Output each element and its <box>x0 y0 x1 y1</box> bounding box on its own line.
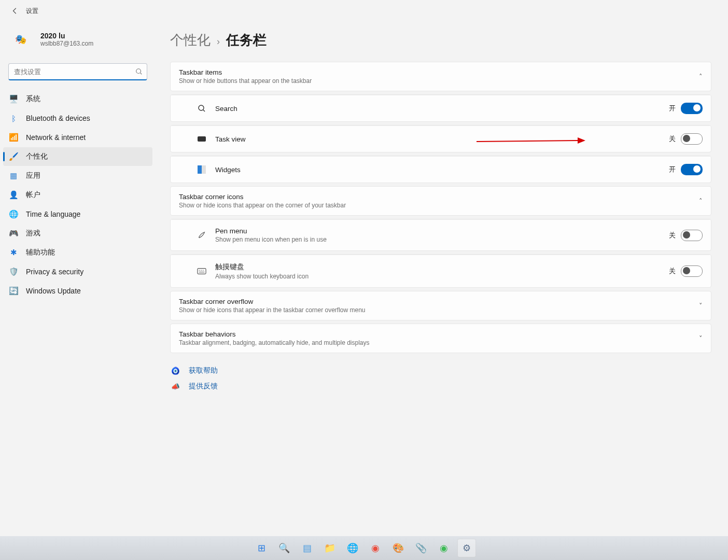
widgets-toggle[interactable] <box>681 164 703 175</box>
row-label: Pen menu <box>215 227 327 235</box>
row-label: Task view <box>215 135 246 143</box>
sidebar-item-personalization[interactable]: 🖌️个性化 <box>3 147 152 166</box>
taskbar-app-chrome1[interactable]: ◉ <box>366 539 385 557</box>
taskbar-app-explorer[interactable]: 📁 <box>320 539 339 557</box>
row-label: 触摸键盘 <box>215 262 309 272</box>
chevron-down-icon: ˅ <box>699 334 703 342</box>
taskview-icon <box>197 134 207 144</box>
search-icon <box>197 103 207 114</box>
sidebar-item-label: 游戏 <box>26 229 40 238</box>
sidebar-item-gaming[interactable]: 🎮游戏 <box>3 224 152 243</box>
section-title: Taskbar behaviors <box>179 330 370 338</box>
svg-point-1 <box>199 105 204 110</box>
back-button[interactable] <box>7 3 23 19</box>
touchkb-toggle[interactable] <box>681 265 703 277</box>
sidebar-item-apps[interactable]: ▦应用 <box>3 166 152 185</box>
svg-rect-4 <box>198 269 206 274</box>
sidebar-item-bluetooth[interactable]: ᛒBluetooth & devices <box>3 109 152 128</box>
avatar: 🎭 <box>8 27 33 52</box>
sidebar-item-label: Bluetooth & devices <box>26 114 90 122</box>
pen-icon <box>197 230 207 241</box>
taskbar-items-row-search: Search 开 <box>171 95 711 121</box>
sidebar-item-label: Privacy & security <box>26 268 83 276</box>
account-email: wslbb87@163.com <box>40 40 93 47</box>
annotation-arrow-icon <box>477 135 585 148</box>
apps-icon: ▦ <box>8 171 19 181</box>
taskview-toggle[interactable] <box>681 133 703 145</box>
corner-icons-row-touchkb: 触摸键盘 Always show touch keyboard icon 关 <box>171 255 711 287</box>
arrow-left-icon <box>11 7 19 15</box>
taskbar-app-taskview[interactable]: ▤ <box>298 539 316 557</box>
gaming-icon: 🎮 <box>8 228 19 239</box>
toggle-state-label: 开 <box>669 165 676 174</box>
section-subtitle: Show or hide icons that appear on the co… <box>179 202 346 209</box>
account-block[interactable]: 🎭 2020 lu wslbb87@163.com <box>0 22 156 63</box>
sidebar-item-label: 辅助功能 <box>26 248 55 257</box>
breadcrumb-parent[interactable]: 个性化 <box>170 31 211 49</box>
network-icon: 📶 <box>8 132 19 143</box>
update-icon: 🔄 <box>8 286 19 296</box>
section-corner-icons-header[interactable]: Taskbar corner icons Show or hide icons … <box>171 187 711 215</box>
taskbar-app-office[interactable]: 📎 <box>412 539 430 557</box>
corner-icons-row-pen: Pen menu Show pen menu icon when pen is … <box>171 219 711 250</box>
section-behaviors-header[interactable]: Taskbar behaviors Taskbar alignment, bad… <box>171 324 711 353</box>
sidebar-item-privacy[interactable]: 🛡️Privacy & security <box>3 262 152 281</box>
taskbar-items-row-taskview: Task view 关 <box>171 125 711 152</box>
sidebar-item-accessibility[interactable]: ✱辅助功能 <box>3 243 152 262</box>
accounts-icon: 👤 <box>8 190 19 200</box>
feedback-link[interactable]: 📣 提供反馈 <box>170 381 711 391</box>
sidebar-item-time[interactable]: 🌐Time & language <box>3 205 152 223</box>
section-subtitle: Show or hide icons that appear in the ta… <box>179 306 366 314</box>
sidebar-item-label: Time & language <box>26 210 80 218</box>
sidebar-item-system[interactable]: 🖥️系统 <box>3 90 152 108</box>
section-title: Taskbar items <box>179 68 312 76</box>
breadcrumb: 个性化 › 任务栏 <box>170 31 711 49</box>
account-name: 2020 lu <box>40 32 93 40</box>
window-title: 设置 <box>26 7 38 16</box>
help-link[interactable]: 🧿 获取帮助 <box>170 366 711 376</box>
search-box[interactable] <box>8 63 147 80</box>
sidebar-item-network[interactable]: 📶Network & internet <box>3 128 152 147</box>
breadcrumb-current: 任务栏 <box>226 31 267 49</box>
section-subtitle: Show or hide buttons that appear on the … <box>179 77 312 85</box>
taskbar-app-edge[interactable]: 🌐 <box>343 539 362 557</box>
toggle-state-label: 关 <box>669 231 676 240</box>
time-icon: 🌐 <box>8 209 19 219</box>
taskbar-app-paint[interactable]: 🎨 <box>389 539 408 557</box>
section-taskbar-items-header[interactable]: Taskbar items Show or hide buttons that … <box>171 62 711 91</box>
personalization-icon: 🖌️ <box>8 151 19 162</box>
taskbar-app-chrome2[interactable]: ◉ <box>435 539 453 557</box>
search-input[interactable] <box>13 67 135 76</box>
taskbar[interactable]: ⊞🔍▤📁🌐◉🎨📎◉⚙ <box>0 536 728 560</box>
sidebar-item-label: 应用 <box>26 171 40 180</box>
taskbar-app-settings[interactable]: ⚙ <box>457 539 476 557</box>
sidebar-item-accounts[interactable]: 👤帐户 <box>3 186 152 204</box>
row-subtitle: Show pen menu icon when pen is in use <box>215 236 327 243</box>
section-subtitle: Taskbar alignment, badging, automaticall… <box>179 339 370 346</box>
toggle-state-label: 开 <box>669 104 676 113</box>
widgets-icon <box>197 164 207 175</box>
feedback-link-label: 提供反馈 <box>189 382 218 391</box>
sidebar-item-update[interactable]: 🔄Windows Update <box>3 282 152 300</box>
chevron-up-icon: ˄ <box>699 197 703 205</box>
sidebar-item-label: 帐户 <box>26 190 40 200</box>
chevron-down-icon: ˅ <box>699 302 703 310</box>
row-subtitle: Always show touch keyboard icon <box>215 273 309 280</box>
pen-toggle[interactable] <box>681 230 703 241</box>
chevron-up-icon: ˄ <box>699 73 703 80</box>
help-icon: 🧿 <box>170 366 180 376</box>
taskbar-app-search[interactable]: 🔍 <box>275 539 293 557</box>
section-overflow-header[interactable]: Taskbar corner overflow Show or hide ico… <box>171 291 711 320</box>
svg-marker-3 <box>578 137 585 144</box>
taskbar-app-start[interactable]: ⊞ <box>252 539 271 557</box>
taskbar-items-row-widgets: Widgets 开 <box>171 156 711 183</box>
search-toggle[interactable] <box>681 103 703 114</box>
accessibility-icon: ✱ <box>8 247 19 258</box>
system-icon: 🖥️ <box>8 94 19 104</box>
toggle-state-label: 关 <box>669 267 676 276</box>
svg-line-2 <box>477 141 578 142</box>
privacy-icon: 🛡️ <box>8 267 19 277</box>
touchkb-icon <box>197 266 207 276</box>
bluetooth-icon: ᛒ <box>8 113 19 123</box>
row-label: Search <box>215 105 237 113</box>
